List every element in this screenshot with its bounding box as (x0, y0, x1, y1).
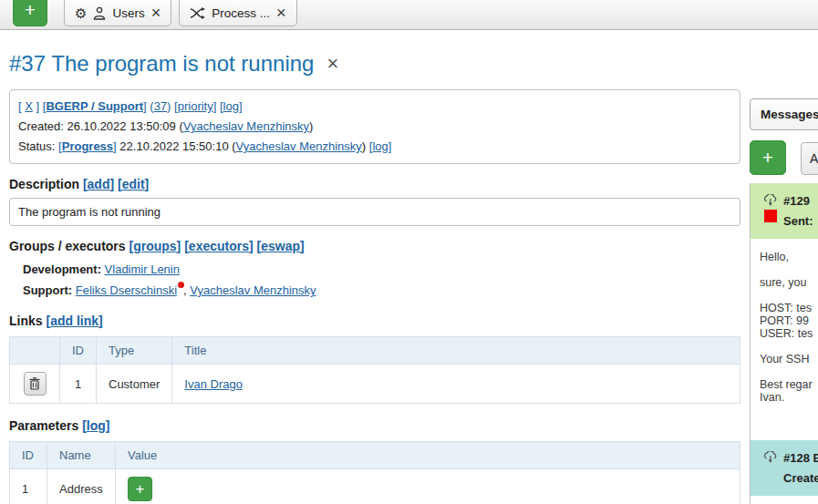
message-line: Hello, (760, 251, 818, 263)
message-header-text: #129 Sent: (783, 190, 813, 231)
incoming-cloud-icon (762, 451, 779, 464)
links-table: ID Type Title (9, 336, 740, 404)
message-line: USER: tes (760, 327, 818, 340)
eswap-link[interactable]: eswap (261, 239, 300, 253)
params-col-value: Value (116, 442, 740, 469)
add-address-button[interactable]: + (128, 477, 152, 501)
groups-link[interactable]: groups (133, 239, 176, 253)
process-id-link[interactable]: 37 (154, 99, 167, 113)
params-col-name: Name (47, 442, 116, 469)
messages-list: #129 Sent: Hello, sure, you HOST: tes PO… (750, 183, 818, 504)
parameters-log-link[interactable]: log (87, 418, 106, 433)
group-label: Development: (23, 262, 101, 276)
tab-users[interactable]: ⚙ Users × (64, 0, 171, 26)
tab-process-close-icon[interactable]: × (276, 6, 286, 19)
executor-link[interactable]: Vladimir Lenin (105, 262, 180, 276)
add-message-button[interactable]: + (750, 140, 786, 175)
group-label: Support: (23, 283, 72, 297)
links-table-header-row: ID Type Title (10, 337, 740, 365)
params-col-id: ID (10, 442, 47, 469)
message-line (760, 340, 818, 353)
messages-tab[interactable]: Messages (750, 98, 818, 130)
process-type-link[interactable]: BGERP / Support (46, 99, 143, 113)
executors-link[interactable]: executors (189, 239, 249, 253)
links-heading-label: Links (9, 314, 43, 328)
title-row: #37 The program is not running × (9, 51, 740, 77)
unread-marker-icon (764, 210, 777, 222)
messages-toolbar: + Al (750, 140, 818, 175)
tab-users-close-icon[interactable]: × (151, 6, 161, 19)
trash-icon (29, 377, 40, 390)
incoming-cloud-icon (762, 194, 779, 207)
priority-link[interactable]: priority (178, 99, 213, 113)
status-link[interactable]: Progress (62, 139, 113, 153)
tab-users-label: Users (112, 6, 144, 20)
executor-rows: Development: Vladimir Lenin Support: Fel… (9, 259, 740, 301)
created-user-link[interactable]: Vyacheslav Menzhinsky (183, 119, 309, 133)
executor-row-support: Support: Feliks Dserschinski, Vyacheslav… (23, 280, 740, 301)
created-label: Created: (18, 119, 64, 133)
page-close-icon[interactable]: × (326, 52, 338, 76)
link-type-cell: Customer (97, 365, 172, 404)
message-line (760, 263, 818, 276)
message-item: #129 Sent: Hello, sure, you HOST: tes PO… (751, 183, 818, 417)
links-col-title: Title (172, 337, 740, 365)
parameters-heading: Parameters log (9, 418, 740, 433)
links-heading: Links add link (9, 314, 740, 328)
info-line-status: Status: Progress 22.10.2022 15:50:10 Vya… (18, 137, 731, 157)
message-line: Ivan. (760, 391, 818, 404)
tab-process-label: Process ... (212, 6, 270, 20)
link-title-link[interactable]: Ivan Drago (184, 377, 243, 391)
executor-link[interactable]: Vyacheslav Menzhinsky (190, 283, 316, 297)
description-text: The program is not running (18, 205, 160, 219)
process-info-box: X BGERP / Support 37 priority log Create… (9, 89, 740, 164)
process-close-link[interactable]: X (25, 99, 33, 113)
tab-process[interactable]: Process ... × (179, 0, 296, 26)
message-line: Best regar (760, 378, 818, 391)
description-heading-label: Description (9, 177, 79, 191)
page-title: #37 The program is not running (9, 51, 314, 77)
delete-link-button[interactable] (24, 372, 47, 396)
message-icon-column (757, 447, 783, 489)
param-id-cell: 1 (10, 469, 47, 504)
add-link-link[interactable]: add link (50, 314, 98, 328)
all-messages-button[interactable]: Al (801, 142, 818, 175)
shuffle-icon (190, 7, 205, 19)
process-log-link[interactable]: log (223, 99, 239, 113)
parameters-heading-label: Parameters (9, 418, 78, 433)
message-item: #128 E Create Hello, (751, 440, 818, 504)
gear-icon: ⚙ (75, 6, 87, 20)
message-icon-column (757, 190, 783, 231)
new-tab-button[interactable]: + (13, 0, 47, 26)
message-header[interactable]: #128 E Create (751, 440, 818, 496)
description-add-link[interactable]: add (88, 177, 110, 191)
links-col-id: ID (60, 337, 97, 365)
status-log-link[interactable]: log (372, 139, 388, 153)
info-line-created: Created: 26.10.2022 13:50:09 Vyacheslav … (18, 117, 731, 137)
message-line (760, 365, 818, 378)
message-line: sure, you (760, 276, 818, 289)
main-content: #37 The program is not running × X BGERP… (9, 42, 740, 504)
description-edit-link[interactable]: edit (122, 177, 145, 191)
parameters-table: ID Name Value 1 Address + (9, 441, 740, 504)
message-header[interactable]: #129 Sent: (751, 183, 818, 239)
message-line: HOST: tes (760, 302, 818, 314)
param-name-cell: Address (47, 469, 116, 504)
status-datetime: 22.10.2022 15:50:10 (119, 139, 228, 153)
message-header-text: #128 E Create (783, 447, 818, 489)
user-icon (93, 6, 106, 20)
parameters-table-row: 1 Address + (10, 469, 740, 504)
link-id-cell: 1 (60, 365, 97, 404)
description-text-box: The program is not running (9, 198, 740, 226)
message-status: Sent: (783, 211, 813, 231)
info-line-links: X BGERP / Support 37 priority log (18, 97, 731, 117)
message-line: PORT: 99 (760, 314, 818, 327)
parameters-table-header-row: ID Name Value (10, 442, 740, 469)
tab-bar: + ⚙ Users × Process ... × (0, 0, 818, 30)
status-label: Status: (18, 139, 55, 153)
message-body: Hello, sure, you HOST: tes PORT: 99 USER… (751, 239, 818, 417)
links-table-row: 1 Customer Ivan Drago (10, 365, 740, 404)
status-user-link[interactable]: Vyacheslav Menzhinsky (236, 139, 362, 153)
executor-row-development: Development: Vladimir Lenin (23, 259, 740, 280)
executor-link[interactable]: Feliks Dserschinski (76, 283, 177, 297)
